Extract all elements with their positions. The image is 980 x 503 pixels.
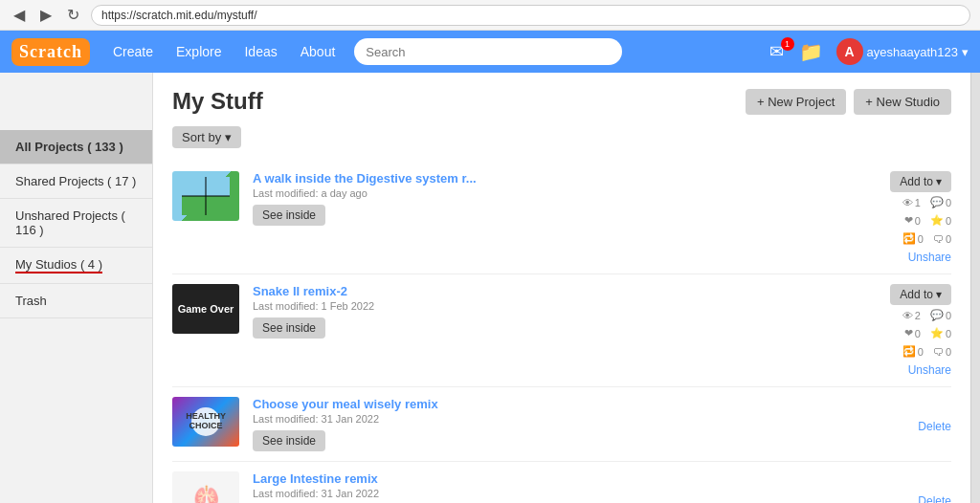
project-actions: Delete [846, 397, 951, 433]
search-input[interactable] [354, 38, 622, 65]
sidebar-item-all-projects[interactable]: All Projects ( 133 ) [0, 130, 152, 164]
project-title-link[interactable]: Snake II remix-2 [253, 284, 833, 298]
project-title-link[interactable]: Choose your meal wisely remix [253, 397, 833, 411]
username-label: ayeshaayath123 [867, 45, 958, 59]
content-area: My Stuff + New Project + New Studio Sort… [153, 73, 970, 503]
remixes-stat: 🔁 0 [902, 345, 924, 358]
chevron-down-icon: ▾ [962, 45, 969, 59]
choose-circle: HEALTHY CHOICE [191, 407, 220, 436]
scratch-logo[interactable]: Scratch [11, 38, 90, 66]
table-row: 🫁 Large Intestine remix Last modified: 3… [172, 462, 951, 503]
stats-row-2: ❤ 0 ⭐ 0 [904, 327, 951, 339]
table-row: Game Over Snake II remix-2 Last modified… [172, 274, 951, 387]
see-inside-button[interactable]: See inside [253, 317, 325, 339]
project-actions: Delete [846, 471, 951, 503]
stats-row-3: 🔁 0 🗨 0 [902, 345, 951, 358]
stats-row: 👁 1 💬 0 [902, 196, 951, 208]
nav-ideas[interactable]: Ideas [234, 40, 286, 63]
content-header: My Stuff + New Project + New Studio [172, 88, 951, 115]
scrollbar[interactable] [970, 73, 980, 503]
messages-icon-wrapper[interactable]: ✉ 1 [764, 41, 791, 62]
project-modified: Last modified: a day ago [253, 187, 833, 199]
add-to-button[interactable]: Add to ▾ [890, 171, 951, 192]
delete-button[interactable]: Delete [918, 494, 951, 503]
project-thumbnail [172, 171, 239, 221]
favorites-stat: ⭐ 0 [930, 327, 951, 339]
loves-stat: ❤ 0 [904, 214, 921, 227]
remixes-stat: 🔁 0 [902, 232, 924, 245]
forward-button[interactable]: ▶ [36, 4, 56, 26]
project-list: A walk inside the Digestive system r... … [172, 162, 951, 503]
nav-create[interactable]: Create [103, 40, 163, 63]
project-title-link[interactable]: A walk inside the Digestive system r... [253, 171, 833, 186]
sidebar-item-unshared-projects[interactable]: Unshared Projects ( 116 ) [0, 199, 152, 248]
sort-button[interactable]: Sort by ▾ [172, 126, 241, 148]
address-bar: ◀ ▶ ↻ [0, 0, 980, 31]
add-to-label: Add to [900, 175, 933, 188]
url-bar[interactable] [91, 5, 970, 26]
sort-bar: Sort by ▾ [172, 126, 951, 148]
project-info: Choose your meal wisely remix Last modif… [253, 397, 833, 451]
sidebar-item-shared-projects[interactable]: Shared Projects ( 17 ) [0, 164, 152, 199]
sidebar-item-trash[interactable]: Trash [0, 284, 152, 318]
folder-icon: 📁 [798, 41, 825, 62]
unshare-button[interactable]: Unshare [908, 363, 951, 377]
sidebar: All Projects ( 133 ) Shared Projects ( 1… [0, 73, 153, 503]
views-stat: 👁 2 [902, 309, 921, 321]
header-buttons: + New Project + New Studio [746, 89, 951, 115]
nav-explore[interactable]: Explore [167, 40, 231, 63]
nav-links: Create Explore Ideas About [103, 40, 345, 63]
project-info: Snake II remix-2 Last modified: 1 Feb 20… [253, 284, 833, 339]
project-actions: Add to ▾ 👁 1 💬 0 ❤ 0 ⭐ 0 🔁 0 🗨 0 [846, 171, 951, 264]
project-thumbnail: Game Over [172, 284, 239, 334]
table-row: HEALTHY CHOICE Choose your meal wisely r… [172, 387, 951, 462]
favorites-stat: ⭐ 0 [930, 214, 951, 227]
page-title: My Stuff [172, 88, 263, 115]
add-to-chevron-icon: ▾ [936, 175, 942, 188]
add-to-label: Add to [900, 288, 933, 301]
main-layout: All Projects ( 133 ) Shared Projects ( 1… [0, 73, 980, 503]
stats-row-2: ❤ 0 ⭐ 0 [904, 214, 951, 227]
refresh-button[interactable]: ↻ [63, 4, 83, 26]
forks-stat: 🗨 0 [933, 232, 951, 245]
back-button[interactable]: ◀ [10, 4, 29, 26]
new-studio-button[interactable]: + New Studio [854, 89, 951, 115]
message-badge: 1 [781, 37, 794, 51]
project-actions: Add to ▾ 👁 2 💬 0 ❤ 0 ⭐ 0 🔁 0 🗨 0 [846, 284, 951, 377]
project-modified: Last modified: 31 Jan 2022 [253, 413, 833, 425]
sort-chevron-icon: ▾ [225, 130, 232, 144]
project-title-link[interactable]: Large Intestine remix [253, 471, 833, 486]
project-info: A walk inside the Digestive system r... … [253, 171, 833, 226]
stats-row-3: 🔁 0 🗨 0 [902, 232, 951, 245]
digestive-thumb-image [172, 171, 239, 221]
project-info: Large Intestine remix Last modified: 31 … [253, 471, 833, 503]
see-inside-button[interactable]: See inside [253, 205, 325, 226]
user-menu[interactable]: A ayeshaayath123 ▾ [833, 38, 969, 65]
project-thumbnail: 🫁 [172, 471, 239, 503]
project-thumbnail: HEALTHY CHOICE [172, 397, 239, 447]
sidebar-item-my-studios[interactable]: My Studios ( 4 ) [0, 248, 152, 284]
delete-button[interactable]: Delete [918, 420, 951, 433]
unshare-button[interactable]: Unshare [908, 251, 951, 264]
stats-row: 👁 2 💬 0 [902, 309, 951, 321]
nav-icons: ✉ 1 📁 A ayeshaayath123 ▾ [764, 38, 969, 65]
avatar: A [836, 38, 863, 65]
new-project-button[interactable]: + New Project [746, 89, 846, 115]
project-modified: Last modified: 1 Feb 2022 [253, 300, 833, 312]
table-row: A walk inside the Digestive system r... … [172, 162, 951, 274]
nav-about[interactable]: About [291, 40, 345, 63]
forks-stat: 🗨 0 [933, 345, 951, 358]
comments-stat: 💬 0 [930, 309, 951, 321]
views-stat: 👁 1 [902, 196, 921, 208]
intestine-thumb-image: 🫁 [172, 471, 239, 503]
add-to-chevron-icon: ▾ [936, 288, 942, 301]
see-inside-button[interactable]: See inside [253, 430, 325, 451]
sort-label: Sort by [182, 130, 221, 144]
folder-icon-wrapper[interactable]: 📁 [798, 41, 825, 62]
project-modified: Last modified: 31 Jan 2022 [253, 488, 833, 499]
add-to-button[interactable]: Add to ▾ [890, 284, 951, 305]
my-studios-label: My Studios ( 4 ) [15, 257, 102, 273]
snake-thumb-image: Game Over [172, 284, 239, 334]
navbar: Scratch Create Explore Ideas About ✉ 1 📁… [0, 31, 980, 73]
choose-thumb-image: HEALTHY CHOICE [172, 397, 239, 447]
